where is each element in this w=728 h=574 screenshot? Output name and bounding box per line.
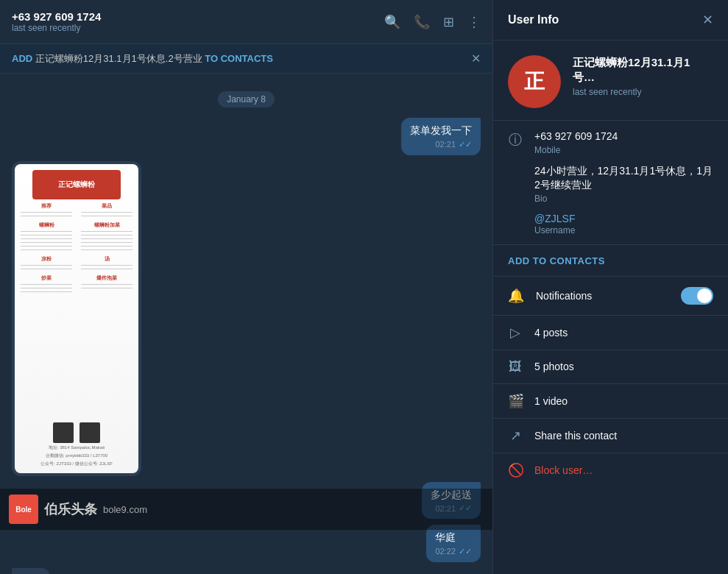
share-contact-row[interactable]: ↗ Share this contact	[493, 419, 728, 453]
posts-icon: ▷	[508, 325, 523, 341]
menu-address: 地址: 3814 Sampaloc,Makati	[49, 444, 105, 451]
watermark-overlay: Bole 伯乐头条 bole9.com	[0, 489, 492, 530]
table-row: 华庭 02:22 ✓✓	[12, 525, 481, 562]
panel-header: User Info ✕	[493, 0, 728, 40]
menu-details: 企鹅微信: prrtybttb333 / L37700	[46, 453, 107, 459]
menu-contact: 公众号: ZJT333 / 微信公众号: ZJLSF	[40, 461, 113, 467]
message-meta: 02:21 ✓✓	[410, 140, 472, 149]
avatar: 正	[508, 55, 561, 108]
menu-col-left: 推荐 螺蛳粉 凉粉 炒菜	[18, 202, 75, 419]
layout-icon[interactable]: ⊞	[443, 14, 454, 30]
avatar-section: 正 正记螺蛳粉12月31.1月1号… last seen recently	[493, 40, 728, 121]
qr-code-1	[53, 422, 74, 443]
username-row: @ZJLSF Username	[508, 213, 713, 235]
banner-contact-name: 正记螺蛳粉12月31.1月1号休息.2号营业	[35, 53, 202, 64]
date-chip: January 8	[218, 91, 275, 107]
menu-qr-row	[53, 422, 100, 443]
chat-contact-status: last seen recently	[12, 23, 101, 33]
table-row: 正记螺蛳粉 推荐 螺蛳粉 凉粉 炒菜	[12, 161, 481, 476]
contact-info-section: ⓘ +63 927 609 1724 Mobile 24小时营业，12月31.1…	[493, 121, 728, 245]
add-contacts-text[interactable]: ADD 正记螺蛳粉12月31.1月1号休息.2号营业 TO CONTACTS	[12, 52, 273, 65]
banner-to-contacts-label: TO CONTACTS	[205, 53, 273, 64]
username-label: Username	[534, 225, 575, 235]
read-tick-icon: ✓✓	[459, 547, 472, 556]
user-info-panel: User Info ✕ 正 正记螺蛳粉12月31.1月1号… last seen…	[492, 0, 728, 574]
info-circle-icon: ⓘ	[508, 131, 523, 149]
table-row: 500 02:22	[12, 568, 481, 574]
image-message-bubble: 正记螺蛳粉 推荐 螺蛳粉 凉粉 炒菜	[12, 161, 141, 476]
watermark-url: bole9.com	[103, 504, 147, 515]
posts-label: 4 posts	[534, 327, 568, 339]
menu-content: 推荐 螺蛳粉 凉粉 炒菜 菜品	[18, 202, 135, 419]
photos-row[interactable]: 🖼 5 photos	[493, 350, 728, 384]
share-icon: ↗	[508, 428, 523, 444]
notifications-left: 🔔 Notifications	[508, 288, 592, 304]
phone-icon[interactable]: 📞	[414, 14, 430, 30]
username-value[interactable]: @ZJLSF	[534, 213, 575, 224]
message-bubble-received: 500 02:22	[12, 568, 50, 574]
notifications-label: Notifications	[536, 290, 592, 302]
add-contacts-banner: ADD 正记螺蛳粉12月31.1月1号休息.2号营业 TO CONTACTS ✕	[0, 44, 492, 74]
read-tick-icon: ✓✓	[459, 140, 472, 149]
banner-close-icon[interactable]: ✕	[471, 52, 481, 65]
contact-display-status: last seen recently	[573, 87, 705, 97]
message-bubble-sent: 菜单发我一下 02:21 ✓✓	[401, 118, 481, 155]
contact-display-name: 正记螺蛳粉12月31.1月1号…	[573, 55, 705, 84]
video-row[interactable]: 🎬 1 video	[493, 384, 728, 419]
phone-row: ⓘ +63 927 609 1724 Mobile	[508, 130, 713, 155]
watermark-logo: Bole	[9, 495, 38, 524]
watermark-text: 伯乐头条	[44, 500, 97, 518]
add-to-contacts-button[interactable]: ADD TO CONTACTS	[508, 255, 605, 266]
share-label: Share this contact	[534, 430, 617, 442]
posts-row[interactable]: ▷ 4 posts	[493, 316, 728, 350]
toggle-knob	[697, 288, 712, 303]
video-label: 1 video	[534, 395, 568, 407]
block-user-row[interactable]: 🚫 Block user…	[493, 453, 728, 487]
chat-header-actions: 🔍 📞 ⊞ ⋮	[384, 14, 481, 30]
qr-code-2	[79, 422, 100, 443]
message-text: 菜单发我一下	[410, 124, 472, 138]
message-meta: 02:22 ✓✓	[435, 547, 472, 556]
date-divider: January 8	[12, 91, 481, 107]
menu-col-right: 菜品 螺蛳粉加菜 汤 爆炸泡菜	[78, 202, 135, 419]
chat-header-info: +63 927 609 1724 last seen recently	[12, 10, 101, 33]
panel-close-icon[interactable]: ✕	[702, 12, 713, 28]
menu-image: 正记螺蛳粉 推荐 螺蛳粉 凉粉 炒菜	[15, 164, 138, 473]
bio-content: 24小时营业，12月31.1月1号休息，1月2号继续营业 Bio	[534, 164, 713, 204]
chat-panel: +63 927 609 1724 last seen recently 🔍 📞 …	[0, 0, 492, 574]
phone-value: +63 927 609 1724	[534, 130, 618, 144]
chat-header: +63 927 609 1724 last seen recently 🔍 📞 …	[0, 0, 492, 44]
message-time: 02:22	[435, 547, 456, 556]
more-icon[interactable]: ⋮	[467, 14, 481, 30]
notifications-toggle[interactable]	[681, 287, 713, 305]
photos-icon: 🖼	[508, 359, 523, 375]
table-row: 菜单发我一下 02:21 ✓✓	[12, 118, 481, 155]
video-icon: 🎬	[508, 393, 523, 409]
username-content: @ZJLSF Username	[534, 213, 575, 235]
notifications-row: 🔔 Notifications	[493, 277, 728, 316]
message-bubble-sent-3: 华庭 02:22 ✓✓	[426, 525, 481, 562]
block-label: Block user…	[534, 464, 593, 476]
message-text: 华庭	[435, 531, 472, 545]
block-icon: 🚫	[508, 462, 523, 478]
photos-label: 5 photos	[534, 361, 574, 372]
message-time: 02:21	[435, 140, 456, 149]
menu-logo: 正记螺蛳粉	[32, 170, 121, 199]
phone-label: Mobile	[534, 145, 618, 155]
bio-label: Bio	[534, 194, 713, 204]
banner-add-label: ADD	[12, 53, 32, 64]
bio-value: 24小时营业，12月31.1月1号休息，1月2号继续营业	[534, 164, 713, 193]
menu-image-inner: 正记螺蛳粉 推荐 螺蛳粉 凉粉 炒菜	[15, 164, 138, 473]
bio-row: 24小时营业，12月31.1月1号休息，1月2号继续营业 Bio	[508, 164, 713, 204]
search-icon[interactable]: 🔍	[384, 14, 400, 30]
bell-icon: 🔔	[508, 288, 524, 304]
panel-title: User Info	[508, 13, 559, 26]
add-contacts-btn-row: ADD TO CONTACTS	[493, 245, 728, 277]
chat-contact-name: +63 927 609 1724	[12, 10, 101, 23]
avatar-info: 正记螺蛳粉12月31.1月1号… last seen recently	[573, 55, 705, 97]
phone-content: +63 927 609 1724 Mobile	[534, 130, 618, 155]
